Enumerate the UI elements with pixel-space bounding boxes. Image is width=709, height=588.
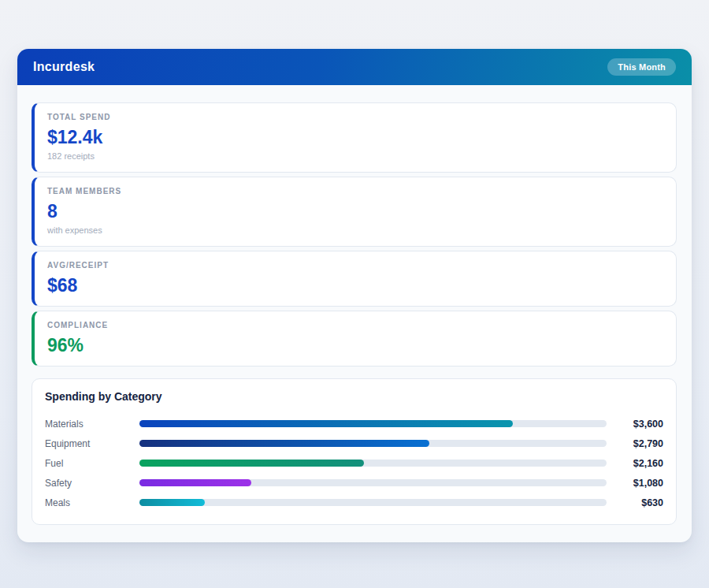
stat-label: TOTAL SPEND <box>47 113 663 121</box>
app-title: Incurdesk <box>33 60 95 74</box>
stat-card-avg-receipt: AVG/RECEIPT $68 <box>32 251 677 307</box>
bar-fill-safety <box>139 479 251 486</box>
stat-label: TEAM MEMBERS <box>47 187 663 195</box>
stat-value: 8 <box>47 201 663 221</box>
stat-subtext: with expenses <box>47 225 663 236</box>
category-value: $630 <box>607 497 663 508</box>
app-header: Incurdesk This Month <box>17 49 692 85</box>
bar-track <box>139 499 607 506</box>
period-badge[interactable]: This Month <box>607 58 676 76</box>
stat-label: AVG/RECEIPT <box>47 261 663 270</box>
stat-card-compliance: COMPLIANCE 96% <box>32 311 677 367</box>
spending-chart-card: Spending by Category Materials $3,600 Eq… <box>32 378 677 525</box>
category-value: $2,790 <box>607 438 663 449</box>
stat-card-total-spend: TOTAL SPEND $12.4k 182 receipts <box>32 102 677 173</box>
category-value: $1,080 <box>607 478 663 489</box>
chart-row-safety: Safety $1,080 <box>45 473 663 493</box>
bar-fill-materials <box>139 420 513 427</box>
bar-track <box>139 479 607 486</box>
category-label: Equipment <box>45 438 139 449</box>
category-label: Materials <box>45 419 139 430</box>
chart-row-meals: Meals $630 <box>45 493 663 512</box>
dashboard-panel: Incurdesk This Month TOTAL SPEND $12.4k … <box>17 49 692 542</box>
stat-subtext: 182 receipts <box>47 151 663 162</box>
bar-fill-equipment <box>139 440 429 447</box>
chart-row-equipment: Equipment $2,790 <box>45 434 663 453</box>
stat-label: COMPLIANCE <box>47 321 663 329</box>
stat-value: 96% <box>47 335 663 355</box>
stat-value: $68 <box>47 275 663 296</box>
category-label: Meals <box>45 497 139 508</box>
bar-fill-fuel <box>139 460 364 467</box>
stat-value: $12.4k <box>47 127 663 147</box>
bar-track <box>139 420 607 427</box>
category-value: $2,160 <box>607 458 663 469</box>
chart-row-fuel: Fuel $2,160 <box>45 453 663 473</box>
chart-title: Spending by Category <box>45 389 663 404</box>
bar-track <box>139 440 607 447</box>
bar-fill-meals <box>139 499 205 506</box>
chart-row-materials: Materials $3,600 <box>45 414 663 434</box>
category-label: Fuel <box>45 458 139 469</box>
category-value: $3,600 <box>607 419 663 430</box>
category-label: Safety <box>45 478 139 489</box>
bar-track <box>139 460 607 467</box>
dashboard-body: TOTAL SPEND $12.4k 182 receipts TEAM MEM… <box>17 85 692 542</box>
stat-card-team-members: TEAM MEMBERS 8 with expenses <box>32 177 677 247</box>
